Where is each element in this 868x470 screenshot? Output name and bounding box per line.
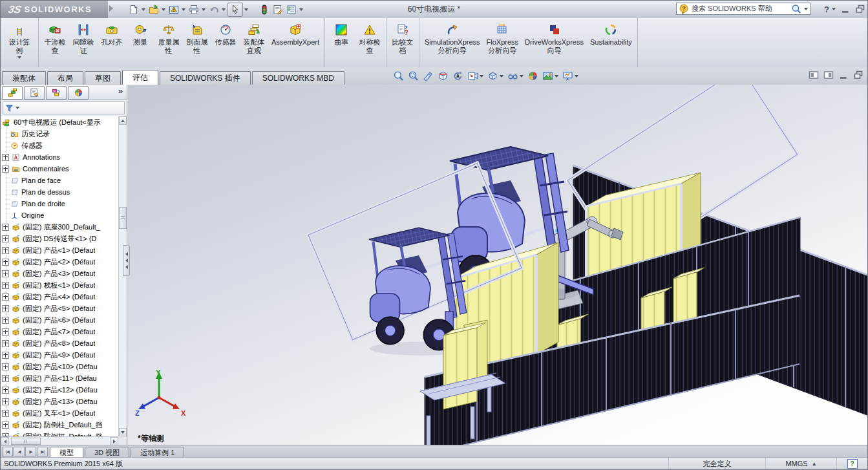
tree-item[interactable]: (固定) 底座300_Default_ (1, 221, 118, 233)
options-dropdown[interactable] (299, 7, 304, 12)
ribbon-button-section-properties[interactable]: 剖面属 性 (183, 21, 211, 56)
collapse-left-pane-button[interactable] (809, 70, 819, 80)
filter-funnel-icon[interactable] (5, 104, 14, 112)
featuremanager-tree-tab[interactable] (2, 86, 23, 100)
tree-horizontal-scrollbar[interactable] (1, 436, 118, 445)
next-frame-button[interactable]: ▶ (25, 447, 36, 456)
units-selector[interactable]: MMGS ▲ (765, 458, 836, 469)
expand-toggle[interactable] (2, 305, 9, 312)
apply-scene-button[interactable] (542, 70, 559, 82)
print-dropdown[interactable] (201, 7, 207, 12)
ribbon-button-assembly-xpert[interactable]: AssemblyXpert (268, 21, 323, 47)
previous-frame-button[interactable]: ◀ (14, 447, 25, 456)
minimize-document-button[interactable] (838, 70, 849, 80)
vertical-scroll-thumb[interactable] (119, 207, 127, 229)
view-settings-button[interactable] (562, 70, 579, 82)
property-manager-tab[interactable] (24, 86, 45, 100)
scroll-down-button[interactable] (119, 428, 127, 436)
open-button[interactable] (147, 3, 160, 16)
tree-vertical-scrollbar[interactable] (118, 116, 127, 436)
expand-toggle[interactable] (2, 375, 9, 382)
edit-appearance-button[interactable] (527, 70, 539, 82)
status-help-icon[interactable]: ? (847, 459, 858, 469)
tree-item[interactable]: (固定) 产品<9> (Défaut (1, 349, 118, 361)
view-orientation-button[interactable] (467, 70, 484, 82)
tree-item[interactable]: (固定) 产品<6> (Défaut (1, 314, 118, 326)
expand-toggle[interactable] (2, 398, 9, 405)
panel-splitter-handle[interactable] (123, 245, 130, 276)
tree-item[interactable]: (固定) 叉车<1> (Défaut (1, 407, 118, 419)
tree-item[interactable]: (固定) 产品<4> (Défaut (1, 291, 118, 303)
ribbon-button-simulationxpress[interactable]: SimulationXpress 分析向导 (421, 21, 483, 56)
expand-toggle[interactable] (2, 294, 9, 301)
expand-toggle[interactable] (2, 328, 9, 336)
tree-item[interactable]: 传感器 (1, 140, 118, 151)
app-minimize-button[interactable] (840, 3, 851, 15)
open-dropdown[interactable] (161, 7, 167, 12)
expand-toggle[interactable] (2, 259, 9, 266)
rotate-view-button[interactable] (452, 70, 464, 82)
design-study-button[interactable]: 设计算 例 (1, 18, 39, 67)
hide-show-items-button[interactable] (507, 70, 524, 82)
zoom-to-fit-button[interactable] (392, 70, 405, 82)
undo-dropdown[interactable] (221, 7, 227, 12)
menu-expand-arrow-icon[interactable] (109, 5, 113, 12)
motion-tab-1[interactable]: 模型 (50, 447, 83, 458)
search-box[interactable]: 搜索 SOLIDWORKS 帮助 (676, 3, 810, 15)
previous-view-button[interactable] (422, 70, 434, 82)
undo-button[interactable] (207, 3, 220, 16)
expand-toggle[interactable] (2, 154, 9, 161)
rebuild-button[interactable] (258, 3, 271, 16)
tree-filter-bar[interactable] (3, 101, 125, 114)
restore-document-button[interactable] (853, 70, 863, 80)
configuration-manager-tab[interactable] (46, 86, 67, 100)
tree-item[interactable]: Plan de dessus (1, 186, 118, 198)
command-tab-5[interactable]: SOLIDWORKS 插件 (160, 71, 251, 85)
tree-item[interactable]: (固定) 栈板<1> (Défaut (1, 279, 118, 291)
last-frame-button[interactable]: ▶| (37, 447, 48, 456)
first-frame-button[interactable]: |◀ (2, 447, 13, 456)
tree-item[interactable]: (固定) 产品<3> (Défaut (1, 268, 118, 279)
zoom-to-area-button[interactable] (407, 70, 419, 82)
tree-item[interactable]: (固定) 产品<7> (Défaut (1, 326, 118, 337)
tree-item[interactable]: (固定) 防倒框_Default_挡 (1, 431, 118, 436)
expand-toggle[interactable] (2, 270, 9, 277)
ribbon-button-driveworksxpress[interactable]: DriveWorksXpress 向导 (522, 21, 587, 56)
tree-item[interactable]: Annotations (1, 151, 118, 163)
ribbon-button-assembly-visualization[interactable]: 装配体 直观 (240, 21, 268, 56)
tree-item[interactable]: (固定) 防倒柱_Default_挡 (1, 419, 118, 431)
expand-toggle[interactable] (2, 235, 9, 242)
command-tab-2[interactable]: 布局 (47, 71, 83, 85)
ribbon-button-floxpress[interactable]: FloXpress 分析向导 (483, 21, 522, 56)
graphics-viewport[interactable]: Y X Z *等轴测 (128, 85, 867, 445)
design-study-dropdown-icon[interactable] (17, 56, 21, 59)
tree-item[interactable]: (固定) 产品<10> (Défau (1, 361, 118, 372)
command-tab-1[interactable]: 装配体 (2, 71, 46, 85)
tree-item[interactable]: Commentaires (1, 163, 118, 175)
ribbon-button-compare-documents[interactable]: 比较文 档 (388, 21, 417, 56)
filter-dropdown-icon[interactable] (16, 107, 19, 109)
tree-item[interactable]: 60寸电视搬运 (Défaut<显示 (1, 116, 118, 128)
new-document-button[interactable] (127, 3, 140, 16)
ribbon-button-hole-alignment[interactable]: 孔对齐 (98, 21, 126, 47)
tree-item[interactable]: (固定) 产品<8> (Défaut (1, 337, 118, 349)
ribbon-button-sustainability[interactable]: Sustainability (587, 21, 635, 47)
print-button[interactable] (187, 3, 200, 16)
ribbon-button-interference-check[interactable]: 干涉检 查 (41, 21, 69, 56)
tree-item[interactable]: Plan de droite (1, 198, 118, 209)
motion-tab-2[interactable]: 3D 视图 (85, 447, 129, 458)
tree-item[interactable]: (固定) 产品<12> (Défau (1, 384, 118, 396)
viewport-3d-scene[interactable] (128, 85, 867, 445)
ribbon-button-symmetry-check[interactable]: 对称检 查 (355, 21, 384, 56)
ribbon-button-measure[interactable]: 测量 (126, 21, 154, 47)
tree-item[interactable]: (固定) 产品<13> (Défau (1, 396, 118, 407)
command-tab-6[interactable]: SOLIDWORKS MBD (252, 71, 344, 85)
new-document-dropdown[interactable] (141, 7, 147, 12)
ribbon-button-curvature[interactable]: 曲率 (327, 21, 355, 47)
ribbon-button-clearance-verify[interactable]: 间隙验 证 (69, 21, 98, 56)
command-tab-4[interactable]: 评估 (122, 70, 158, 85)
expand-toggle[interactable] (2, 166, 9, 173)
expand-toggle[interactable] (2, 422, 9, 429)
tree-item[interactable]: (固定) 产品<11> (Défau (1, 372, 118, 384)
expand-toggle[interactable] (2, 387, 9, 394)
